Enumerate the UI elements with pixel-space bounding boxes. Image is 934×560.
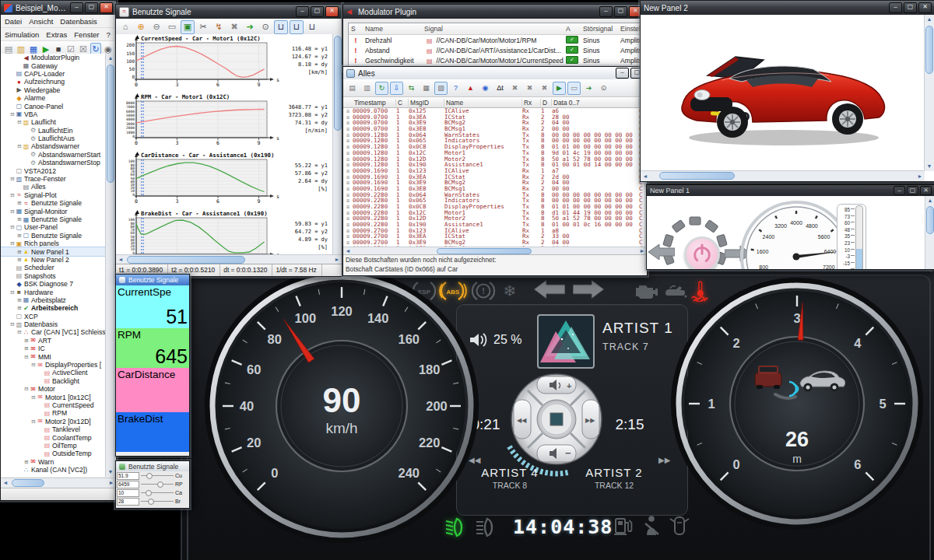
tree-item-snapshots[interactable]: ▤Snapshots bbox=[1, 272, 106, 280]
trace-row[interactable]: ⊞00009.228010x190Assistance1Tx801 00 01 … bbox=[343, 222, 647, 228]
tree-item-art[interactable]: ⊞✉ART bbox=[1, 337, 106, 345]
trace-column-headers[interactable]: TimestampCMsgIDNameRxDData 0..7 bbox=[343, 97, 647, 108]
axis-stacked-icon[interactable]: ⊔ bbox=[290, 20, 304, 34]
column-signal[interactable]: Signal bbox=[422, 25, 564, 33]
scroll-down-icon[interactable]: ⇩ bbox=[390, 82, 403, 95]
minimize-button[interactable]: – bbox=[894, 186, 905, 195]
tree-expander[interactable]: ⊟ bbox=[23, 354, 30, 360]
tree-expander[interactable]: ⊟ bbox=[16, 329, 23, 335]
tree-expander[interactable]: ⊞ bbox=[16, 216, 23, 222]
axis-merged-icon[interactable]: ⊔ bbox=[305, 20, 319, 34]
trace-row[interactable]: ⊞00009.070010x125ICAliveRx1a6C bbox=[343, 108, 647, 114]
panel1-vertical-scrollbar[interactable]: ▲ bbox=[925, 196, 934, 269]
maximize-button[interactable]: ▢ bbox=[614, 6, 627, 17]
value-slider[interactable] bbox=[141, 472, 174, 479]
menu-simulation[interactable]: Simulation bbox=[5, 30, 39, 39]
time-source-icon[interactable]: ⊙ bbox=[597, 82, 610, 95]
trace-row[interactable]: ⊞00009.070010x3E9BCMsg2Rx204 00C bbox=[343, 120, 647, 126]
tree-item-rpm[interactable]: ▤RPM bbox=[1, 409, 106, 417]
titlebar[interactable]: New Panel 2 –▢✕ bbox=[641, 1, 934, 15]
close-button[interactable]: ✕ bbox=[325, 6, 339, 17]
tree-item-benutzte-signale[interactable]: ⊞▦Benutzte Signale bbox=[1, 215, 106, 223]
tree-item-abstandswarnerstop[interactable]: ⚙AbstandswarnerStop bbox=[1, 159, 106, 166]
tree-item-ic[interactable]: ⊞✉IC bbox=[1, 345, 106, 352]
zoom-in-icon[interactable]: ⊕ bbox=[134, 20, 148, 34]
tree-item-vsta2012[interactable]: ▢VSTA2012 bbox=[1, 166, 106, 174]
tree-item-outsidetemp[interactable]: ▤OutsideTemp bbox=[1, 450, 106, 457]
tree-item-new-panel-2[interactable]: ⊞▲New Panel 2 bbox=[1, 256, 106, 264]
tree-item-alles[interactable]: ▤Alles bbox=[1, 183, 106, 191]
columns-icon[interactable]: ▭ bbox=[567, 82, 581, 95]
tree-expander[interactable]: ⊞ bbox=[23, 459, 30, 465]
tree-item-motor[interactable]: ⊟✉Motor bbox=[1, 385, 106, 393]
tree-expander[interactable]: ⊞ bbox=[16, 257, 23, 263]
tree-item-tanklevel[interactable]: ▤Tanklevel bbox=[1, 425, 106, 433]
tree-expander[interactable]: ⊞ bbox=[16, 297, 23, 303]
menu-extras[interactable]: Extras bbox=[46, 30, 67, 39]
measure-icon[interactable]: ⊙ bbox=[258, 20, 272, 34]
fixed-view-icon[interactable]: ▦ bbox=[420, 82, 433, 95]
tree-item-datenbasis[interactable]: ⊟▥Datenbasis bbox=[1, 320, 106, 328]
tree-item-vba[interactable]: ⊟▣VBA bbox=[1, 110, 106, 118]
trace-row[interactable]: ⊞00009.270010x123ICAliveRx1a8C bbox=[343, 228, 647, 234]
tree-item-mmi[interactable]: ⊟✉MMI bbox=[1, 352, 106, 360]
signal-box-cardistance[interactable]: CarDistance bbox=[116, 368, 189, 412]
trace-column-Timestamp[interactable]: Timestamp bbox=[353, 99, 396, 107]
signal-box-brakedist[interactable]: BrakeDist bbox=[116, 412, 189, 452]
tree-item-benutzte-signale[interactable]: ⊞▢Benutzte Signale bbox=[1, 232, 106, 240]
signal-box-currentspe[interactable]: CurrentSpe51 bbox=[116, 285, 189, 328]
titlebar[interactable]: Alles –▢ bbox=[343, 67, 647, 79]
tree-item-signal-monitor[interactable]: ⊟▦Signal-Monitor bbox=[1, 207, 106, 215]
tree-item-xcp[interactable]: ▢XCP bbox=[1, 313, 106, 320]
search-filter-icon[interactable]: ? bbox=[449, 82, 462, 95]
tree-expander[interactable]: ⊟ bbox=[9, 240, 16, 247]
next-artist[interactable]: ARTIST 2 bbox=[581, 466, 648, 479]
menu-fenster[interactable]: Fenster bbox=[74, 30, 99, 39]
menu-ansicht[interactable]: Ansicht bbox=[29, 17, 53, 26]
trace-row[interactable]: ⊞00009.270010x3E9BCMsg2Rx204 00C bbox=[343, 240, 647, 246]
tree-item-alarme[interactable]: ◆Alarme bbox=[1, 94, 106, 102]
titlebar[interactable]: Benutzte Signale bbox=[116, 461, 189, 471]
tree-item-abstandswarnerstart[interactable]: ⚙AbstandswarnerStart bbox=[1, 151, 106, 159]
delta-time-icon[interactable]: Δt bbox=[493, 82, 507, 95]
tree-expander[interactable]: ⊞ bbox=[16, 249, 23, 255]
minimize-button[interactable]: – bbox=[889, 2, 902, 13]
refresh-icon[interactable]: ⇆ bbox=[405, 82, 418, 95]
tree-item-lauflichtein[interactable]: ⚙LauflichtEin bbox=[1, 127, 106, 135]
tree-item-gateway[interactable]: ▦Gateway bbox=[1, 61, 106, 69]
tree-item-arbeitsbereich[interactable]: ⊞✔Arbeitsbereich bbox=[1, 304, 106, 312]
tree-expander[interactable]: ⊞ bbox=[16, 200, 23, 206]
tree-item-hardware[interactable]: ⊟■Hardware bbox=[1, 288, 106, 296]
tree-item-kanal-can-vc2-[interactable]: ∴Kanal (CAN [VC2]) bbox=[1, 466, 106, 474]
error-frames-icon[interactable]: ▲ bbox=[464, 82, 477, 95]
trace-row[interactable]: ⊞00009.169010x123ICAliveRx1a7C bbox=[343, 168, 647, 174]
tree-item-signal-plot[interactable]: ⊟≈Signal-Plot bbox=[1, 191, 106, 199]
tree-item-bsk-diagnose-7[interactable]: ◆BSK Diagnose 7 bbox=[1, 280, 106, 288]
jump-icon[interactable]: ➔ bbox=[582, 82, 595, 95]
tree-item-displayproperties-[interactable]: ⊟✉DisplayProperties [ bbox=[1, 361, 106, 369]
tree-item-car-can-vc1-schleissh[interactable]: ⊟∴Car (CAN [VC1] Schleissh bbox=[1, 328, 106, 336]
trace-column-Name[interactable]: Name bbox=[444, 99, 522, 107]
clear-icon[interactable]: ✖ bbox=[227, 20, 241, 34]
tree-item-warn[interactable]: ⊞✉Warn bbox=[1, 458, 106, 466]
maximize-button[interactable]: ▢ bbox=[907, 186, 918, 195]
trace-column-Data 0..7[interactable]: Data 0..7 bbox=[552, 99, 639, 107]
filter1-icon[interactable]: ✖ bbox=[508, 82, 521, 95]
filter2-icon[interactable]: ✖ bbox=[523, 82, 536, 95]
trace-column-D[interactable]: D bbox=[541, 99, 552, 107]
home-icon[interactable]: ⌂ bbox=[118, 20, 132, 34]
trace-column-C[interactable]: C bbox=[396, 99, 409, 107]
autoscroll-icon[interactable]: ↻ bbox=[375, 82, 388, 95]
column-störsignal[interactable]: Störsignal bbox=[581, 25, 618, 33]
tree-expander[interactable]: ⊟ bbox=[9, 176, 16, 182]
tree-expander[interactable]: ⊟ bbox=[30, 418, 37, 425]
tree-item-abstandswarner[interactable]: ⊟▥Abstandswarner bbox=[1, 142, 106, 150]
cut-icon[interactable]: ✂ bbox=[196, 20, 210, 34]
minimize-button[interactable]: – bbox=[616, 68, 629, 79]
arrow-left-control[interactable] bbox=[648, 244, 675, 260]
tree-expander[interactable]: ⊟ bbox=[9, 111, 16, 117]
tree-vertical-scrollbar[interactable]: ▲▼ bbox=[105, 54, 116, 477]
trace-row[interactable]: ⊞00009.169010x3E9BCMsg2Rx204 00C bbox=[343, 180, 647, 186]
titlebar[interactable]: ◀ Modulator Plugin –▢✕ bbox=[343, 5, 645, 19]
close-button[interactable]: ✕ bbox=[918, 2, 932, 13]
